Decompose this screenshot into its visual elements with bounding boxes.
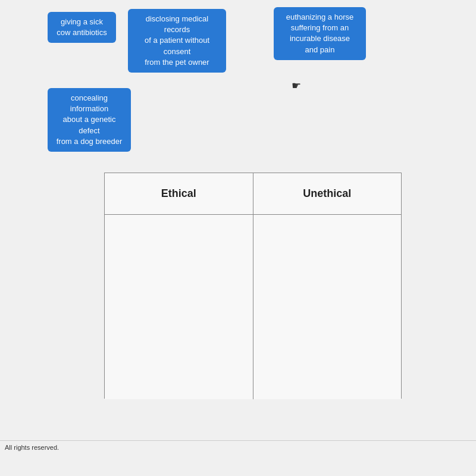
unethical-column-header: Unethical bbox=[253, 173, 402, 214]
drag-item-medical-records[interactable]: disclosing medical recordsof a patient w… bbox=[128, 9, 226, 73]
sorting-table: Ethical Unethical bbox=[104, 173, 402, 399]
table-header-row: Ethical Unethical bbox=[105, 173, 401, 215]
draggable-items-area: giving a sickcow antibiotics disclosing … bbox=[0, 0, 476, 167]
main-content: giving a sickcow antibiotics disclosing … bbox=[0, 0, 476, 440]
table-body-row bbox=[105, 215, 401, 399]
ethical-column-header: Ethical bbox=[105, 173, 253, 214]
drag-item-genetic-defect[interactable]: concealing informationabout a genetic de… bbox=[48, 88, 131, 152]
drag-item-antibiotics[interactable]: giving a sickcow antibiotics bbox=[48, 12, 116, 43]
footer-bar: All rights reserved. bbox=[0, 440, 476, 476]
ethical-drop-zone[interactable] bbox=[105, 215, 253, 399]
footer-text: All rights reserved. bbox=[5, 444, 59, 451]
cursor-icon: ☛ bbox=[292, 79, 301, 92]
unethical-drop-zone[interactable] bbox=[253, 215, 402, 399]
drag-item-euthanize-horse[interactable]: euthanizing a horsesuffering from anincu… bbox=[274, 7, 366, 60]
